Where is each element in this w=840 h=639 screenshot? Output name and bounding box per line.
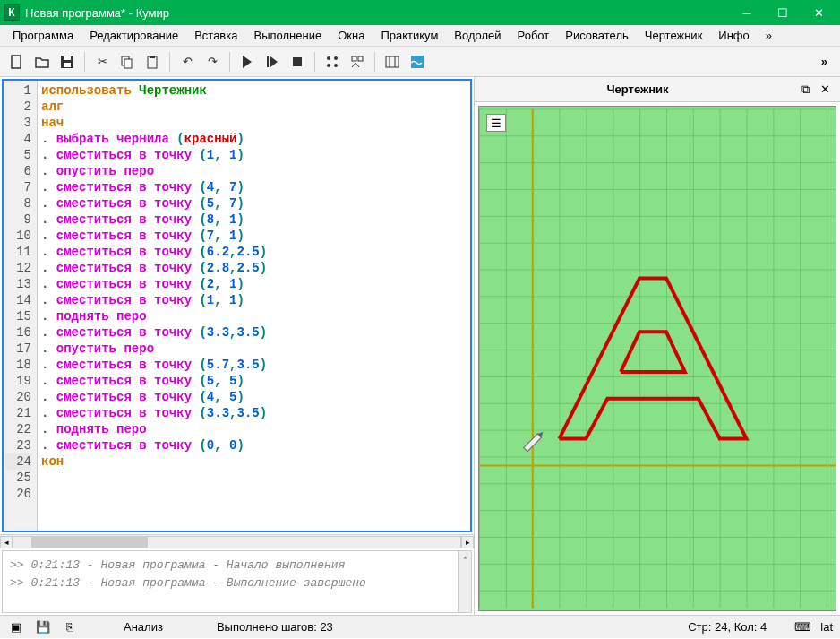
canvas-svg [479, 107, 836, 610]
scroll-left-icon[interactable]: ◂ [0, 536, 13, 548]
svg-rect-16 [386, 56, 399, 67]
svg-rect-3 [64, 63, 71, 67]
toolbar-separator [169, 52, 170, 72]
drawing-canvas[interactable]: ☰ [478, 106, 836, 611]
canvas-menu-icon[interactable]: ☰ [486, 114, 506, 132]
scroll-up-icon[interactable]: ▴ [459, 551, 471, 564]
toolbar-separator [229, 52, 230, 72]
right-pane: Чертежник ⧉ ✕ [475, 77, 840, 615]
svg-rect-5 [124, 59, 132, 68]
new-file-icon[interactable] [5, 50, 29, 73]
water-icon[interactable] [406, 50, 429, 73]
hscroll-track[interactable] [13, 536, 461, 548]
svg-point-11 [334, 56, 338, 60]
stop-icon[interactable] [286, 50, 309, 73]
cut-icon[interactable]: ✂ [90, 50, 114, 73]
left-pane: 1234567891011121314151617181920212223242… [0, 77, 475, 615]
status-console-icon[interactable]: ▣ [7, 618, 25, 636]
menu-windows[interactable]: Окна [330, 27, 372, 44]
svg-rect-9 [293, 57, 302, 66]
scroll-right-icon[interactable]: ▸ [461, 536, 474, 548]
status-steps: Выполнено шагов: 23 [217, 620, 333, 634]
menu-info[interactable]: Инфо [711, 27, 756, 44]
svg-rect-2 [64, 56, 71, 60]
open-file-icon[interactable] [30, 50, 54, 73]
menu-draw[interactable]: Рисователь [558, 27, 635, 44]
copy-icon[interactable] [116, 50, 139, 73]
window-title: Новая программа* - Кумир [25, 6, 729, 20]
close-button[interactable]: ✕ [801, 0, 836, 25]
redo-icon[interactable]: ↷ [201, 50, 224, 73]
code-editor[interactable]: 1234567891011121314151617181920212223242… [2, 79, 472, 532]
console-line: >> 0:21:13 - Новая программа - Выполнени… [10, 574, 464, 592]
svg-rect-14 [352, 56, 356, 61]
menu-run[interactable]: Выполнение [246, 27, 329, 44]
modules-icon[interactable] [321, 50, 344, 73]
step-icon[interactable] [261, 50, 284, 73]
status-lang: lat [820, 620, 833, 634]
toolbar-separator [84, 52, 85, 72]
menu-plotter[interactable]: Чертежник [638, 27, 710, 44]
svg-rect-0 [12, 56, 21, 68]
menu-vodoley[interactable]: Водолей [447, 27, 508, 44]
status-analysis: Анализ [124, 620, 163, 634]
panel-header: Чертежник ⧉ ✕ [475, 77, 840, 102]
values-icon[interactable] [381, 50, 404, 73]
line-gutter: 1234567891011121314151617181920212223242… [4, 81, 38, 531]
run-icon[interactable] [236, 50, 259, 73]
minimize-button[interactable]: ─ [729, 0, 765, 25]
toolbar-overflow[interactable]: » [814, 55, 835, 68]
menu-more[interactable]: » [759, 27, 779, 44]
console-line: >> 0:21:13 - Новая программа - Начало вы… [10, 557, 464, 574]
structure-icon[interactable] [346, 50, 369, 73]
app-icon: К [4, 4, 20, 21]
menu-insert[interactable]: Вставка [187, 27, 244, 44]
panel-close-icon[interactable]: ✕ [815, 80, 835, 99]
panel-detach-icon[interactable]: ⧉ [795, 80, 815, 99]
toolbar: ✂ ↶ ↷ » [0, 47, 840, 77]
save-file-icon[interactable] [56, 50, 79, 73]
status-save-icon[interactable]: 💾 [34, 618, 52, 636]
menu-program[interactable]: Программа [5, 27, 81, 44]
editor-hscroll[interactable]: ◂ ▸ [0, 534, 474, 548]
svg-rect-8 [267, 56, 269, 67]
svg-point-10 [327, 56, 330, 60]
svg-rect-7 [150, 56, 155, 58]
menubar: Программа Редактирование Вставка Выполне… [0, 25, 840, 47]
toolbar-separator [374, 52, 375, 72]
workspace: 1234567891011121314151617181920212223242… [0, 77, 840, 615]
console-vscroll[interactable]: ▴ [458, 551, 471, 612]
titlebar: К Новая программа* - Кумир ─ ☐ ✕ [0, 0, 840, 25]
menu-edit[interactable]: Редактирование [82, 27, 185, 44]
hscroll-thumb[interactable] [31, 537, 148, 548]
statusbar: ▣ 💾 ⎘ Анализ Выполнено шагов: 23 Стр: 24… [0, 615, 840, 638]
code-area[interactable]: использовать Чертежникалгнач. выбрать че… [38, 81, 470, 531]
console[interactable]: >> 0:21:13 - Новая программа - Начало вы… [2, 550, 472, 613]
panel-title: Чертежник [480, 82, 795, 96]
svg-point-12 [327, 64, 330, 67]
canvas-wrap: ☰ [475, 102, 840, 615]
undo-icon[interactable]: ↶ [176, 50, 199, 73]
maximize-button[interactable]: ☐ [765, 0, 801, 25]
toolbar-separator [314, 52, 315, 72]
svg-rect-15 [358, 56, 363, 61]
status-cursor-pos: Стр: 24, Кол: 4 [688, 620, 767, 634]
status-keyboard-icon[interactable]: ⌨ [793, 618, 811, 636]
paste-icon[interactable] [141, 50, 164, 73]
menu-robot[interactable]: Робот [510, 27, 557, 44]
svg-point-13 [334, 64, 338, 67]
status-copy-icon[interactable]: ⎘ [61, 618, 79, 636]
menu-practicum[interactable]: Практикум [373, 27, 445, 44]
